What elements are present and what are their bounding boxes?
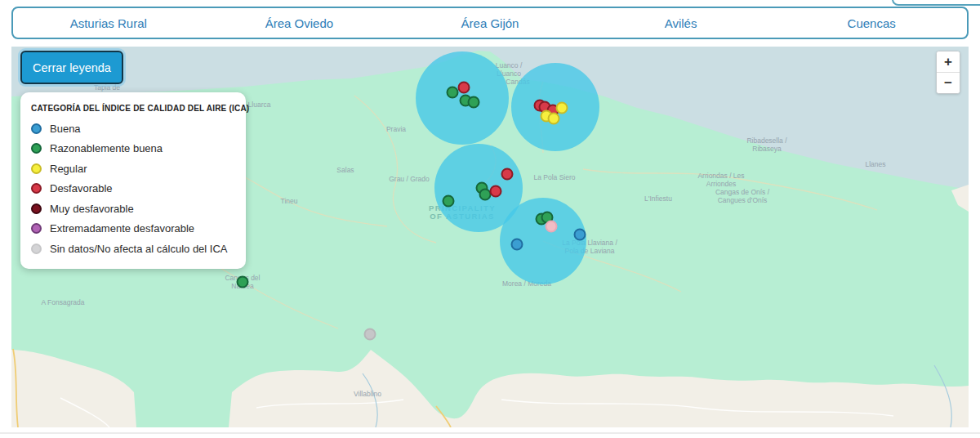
- tab-asturias-rural[interactable]: Asturias Rural: [13, 8, 204, 38]
- tab-cuencas[interactable]: Cuencas: [776, 8, 967, 38]
- town-label: Tapia de: [94, 83, 120, 92]
- legend-color-dot: [31, 244, 42, 254]
- zoom-out-button[interactable]: −: [937, 73, 960, 93]
- station-marker-green[interactable]: [238, 277, 248, 288]
- legend-item: Extremadamente desfavorable: [31, 219, 236, 239]
- station-marker-red[interactable]: [491, 186, 501, 197]
- station-marker-blue[interactable]: [575, 230, 586, 240]
- tab-area-oviedo[interactable]: Área Oviedo: [204, 8, 395, 38]
- legend-item-label: Sin datos/No afecta al cálculo del ICA: [50, 243, 228, 255]
- town-label: La Pola Siero: [533, 173, 575, 181]
- legend-item: Buena: [31, 118, 236, 139]
- town-label: Villablino: [354, 390, 381, 398]
- legend-color-dot: [31, 143, 42, 154]
- bottom-divider: [0, 432, 980, 434]
- station-marker-green[interactable]: [443, 196, 454, 207]
- map-container[interactable]: Tapia deLuarca / LluarcaLuanco /LluancoC…: [11, 47, 969, 427]
- tab-aviles[interactable]: Avilés: [586, 8, 777, 38]
- legend-item-label: Razonablemente buena: [50, 142, 163, 154]
- legend-item: Muy desfavorable: [31, 199, 236, 219]
- town-label: Tineu: [281, 197, 298, 205]
- station-marker-red[interactable]: [459, 83, 470, 93]
- town-label: A Fonsagrada: [42, 298, 85, 306]
- legend-item: Regular: [31, 159, 236, 179]
- hidden-tab-above[interactable]: [892, 0, 980, 6]
- zoom-in-button[interactable]: +: [937, 51, 960, 72]
- legend-color-dot: [31, 123, 42, 134]
- legend-item-label: Buena: [50, 123, 81, 135]
- station-marker-green[interactable]: [480, 190, 491, 200]
- zoom-control: + −: [936, 51, 960, 94]
- town-label: Grau / Grado: [389, 175, 430, 183]
- station-marker-blue[interactable]: [512, 239, 523, 250]
- town-label: Salas: [336, 166, 354, 174]
- town-label: Cangas de Onís /Cangues d'Onís: [715, 188, 770, 204]
- legend-color-dot: [31, 163, 42, 174]
- zone-tabbar: Asturias Rural Área Oviedo Área Gijón Av…: [11, 7, 969, 39]
- legend-item-label: Muy desfavorable: [50, 203, 134, 215]
- legend-panel: CATEGORÍA DEL ÍNDICE DE CALIDAD DEL AIRE…: [20, 92, 246, 269]
- station-marker-green[interactable]: [469, 97, 479, 108]
- legend-item-label: Desfavorable: [50, 182, 113, 194]
- station-marker-gray[interactable]: [365, 329, 376, 340]
- close-legend-button[interactable]: Cerrar leyenda: [20, 51, 123, 84]
- town-label: Llanes: [865, 160, 885, 168]
- station-marker-red[interactable]: [502, 169, 513, 180]
- legend-item: Desfavorable: [31, 179, 236, 199]
- tab-area-gijon[interactable]: Área Gijón: [394, 8, 586, 38]
- station-marker-green[interactable]: [448, 87, 458, 98]
- legend-color-dot: [31, 203, 42, 214]
- town-label: L'Infiestu: [644, 194, 672, 203]
- legend-list: BuenaRazonablemente buenaRegularDesfavor…: [31, 118, 236, 259]
- legend-color-dot: [31, 183, 42, 194]
- legend-title: CATEGORÍA DEL ÍNDICE DE CALIDAD DEL AIRE…: [31, 104, 236, 113]
- town-label: Pravia: [386, 125, 406, 133]
- legend-item-label: Regular: [50, 163, 87, 175]
- station-marker-pink[interactable]: [546, 221, 557, 232]
- legend-item-label: Extremadamente desfavorable: [50, 222, 194, 235]
- legend-item: Sin datos/No afecta al cálculo del ICA: [31, 239, 236, 259]
- legend-color-dot: [31, 223, 42, 234]
- station-marker-yellow[interactable]: [557, 103, 568, 114]
- legend-item: Razonablemente buena: [31, 139, 236, 159]
- station-marker-yellow[interactable]: [549, 114, 559, 124]
